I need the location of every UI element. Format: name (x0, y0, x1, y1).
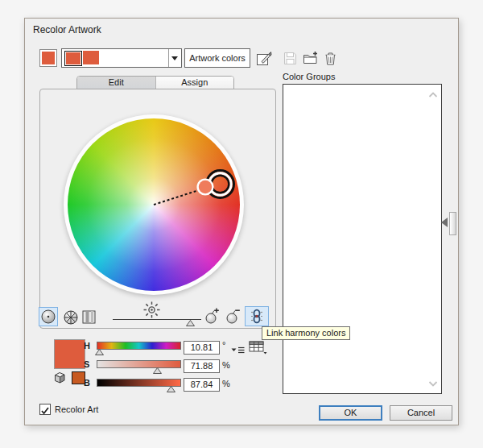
hue-slider-handle[interactable] (95, 349, 104, 355)
smooth-wheel-icon (40, 309, 56, 325)
edit-assign-tabstrip: Edit Assign (76, 76, 234, 89)
screen: Recolor Artwork Artwork colors (0, 0, 483, 448)
cancel-button[interactable]: Cancel (390, 405, 452, 421)
hue-value-field[interactable]: 10.81 (184, 341, 220, 355)
active-color-fill (42, 52, 55, 64)
brightness-value-slider[interactable] (97, 379, 181, 393)
brightness-slider-handle[interactable] (186, 320, 195, 326)
color-groups-list[interactable] (283, 84, 442, 394)
harmony-swatch[interactable] (83, 51, 99, 64)
edit-colors-button[interactable] (256, 51, 272, 67)
swatch-grid-icon (249, 341, 267, 355)
tab-assign[interactable]: Assign (155, 77, 234, 89)
add-color-icon (204, 307, 221, 325)
add-color-tool-button[interactable] (204, 306, 221, 326)
saturation-slider[interactable] (97, 360, 181, 375)
hue-slider-track[interactable] (97, 342, 181, 350)
chevron-down-icon (171, 56, 178, 60)
wheel-brightness-slider[interactable] (113, 313, 201, 328)
color-bars-button[interactable] (81, 309, 97, 325)
trash-icon (324, 52, 336, 66)
color-bars-icon (82, 310, 96, 324)
edit-colors-icon (256, 51, 272, 67)
hue-slider[interactable] (97, 342, 181, 356)
brightness-value-field[interactable]: 87.84 (184, 378, 220, 392)
remove-color-tool-button[interactable] (225, 306, 242, 326)
scroll-up-icon[interactable] (428, 92, 438, 98)
link-harmony-colors-button[interactable] (245, 306, 269, 326)
saturation-unit: % (222, 360, 230, 370)
new-color-group-button[interactable] (303, 51, 319, 65)
color-wheel[interactable] (68, 118, 240, 291)
recolor-art-label: Recolor Art (55, 404, 98, 414)
segmented-color-wheel-button[interactable] (61, 308, 80, 326)
saturation-slider-track[interactable] (97, 360, 181, 368)
harmony-combobox-dropdown-button[interactable] (168, 49, 181, 67)
active-color-indicator (39, 49, 57, 67)
save-icon (283, 52, 297, 65)
harmony-rule-preset-button[interactable]: Artwork colors (184, 48, 250, 68)
link-harmony-icon (250, 309, 263, 324)
color-mode-menu-button[interactable] (231, 343, 245, 352)
color-groups-label: Color Groups (283, 72, 335, 81)
checkmark-icon (40, 406, 50, 416)
new-folder-icon (303, 51, 319, 65)
harmony-colors-combobox[interactable] (61, 48, 182, 68)
hue-unit: ° (222, 340, 225, 350)
recolor-art-checkbox[interactable] (39, 404, 51, 415)
tab-edit[interactable]: Edit (77, 77, 155, 89)
recolor-artwork-dialog: Recolor Artwork Artwork colors (24, 18, 459, 425)
harmony-swatch-selected[interactable] (64, 51, 82, 66)
remove-color-icon (225, 307, 242, 325)
collapse-arrow-icon (441, 218, 448, 227)
brightness-value-slider-handle[interactable] (167, 386, 175, 392)
limit-color-library-button[interactable] (249, 341, 267, 355)
saturation-value-field[interactable]: 71.88 (184, 359, 220, 373)
delete-color-group-button[interactable] (324, 52, 336, 66)
menu-icon (231, 346, 245, 355)
brightness-unit: % (222, 379, 230, 388)
panel-collapse-handle[interactable] (449, 212, 456, 235)
segmented-wheel-icon (63, 309, 79, 326)
hue-label: H (84, 341, 93, 351)
scroll-down-icon[interactable] (428, 380, 438, 387)
out-of-gamut-cube-icon[interactable] (52, 371, 68, 385)
brightness-label: B (84, 378, 93, 388)
save-color-group-button[interactable] (283, 52, 297, 65)
dialog-title: Recolor Artwork (33, 24, 101, 35)
smooth-color-wheel-button[interactable] (39, 307, 58, 326)
ok-button[interactable]: OK (319, 405, 382, 421)
current-color-swatch (54, 339, 85, 369)
tooltip: Link harmony colors (262, 326, 350, 340)
saturation-slider-handle[interactable] (153, 367, 162, 374)
saturation-label: S (84, 359, 93, 369)
